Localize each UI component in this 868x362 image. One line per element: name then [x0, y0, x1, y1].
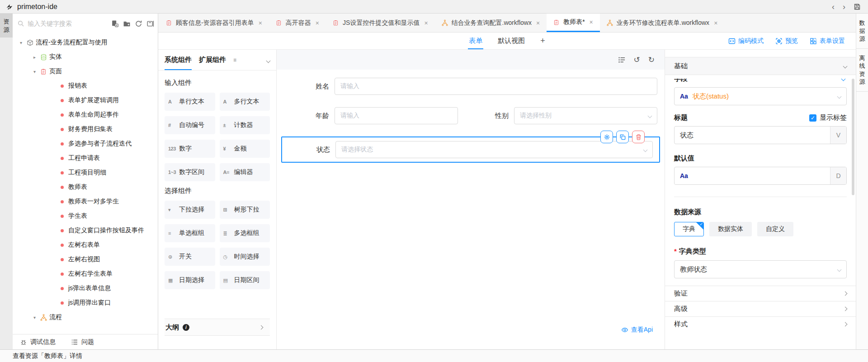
show-label-toggle[interactable]: ✓ 显示标签 — [809, 113, 847, 122]
dict-type-select[interactable]: 教师状态 — [674, 260, 847, 278]
tree-item[interactable]: 教师表 — [13, 180, 158, 194]
tree-item[interactable]: 自定义窗口操作按钮及事件 — [13, 223, 158, 238]
editor-tab[interactable]: 结合业务查询配置.workflowx × — [435, 14, 547, 32]
field-reference-select[interactable]: Aa 状态(status) — [674, 87, 847, 105]
editor-tab[interactable]: 顾客信息-资源容器引用表单 × — [159, 14, 269, 32]
tree-item[interactable]: 报销表 — [13, 79, 158, 93]
tree-item[interactable]: 左树右学生表单 — [13, 267, 158, 281]
form-field-gender[interactable]: 性别 请选择性别 — [469, 107, 657, 124]
tree-item[interactable]: 财务费用归集表 — [13, 122, 158, 136]
palette-component[interactable]: 1~3 数字区间 — [165, 163, 215, 181]
tree-item[interactable]: 工程项目明细 — [13, 165, 158, 180]
palette-component[interactable]: ▤ 日期区间 — [220, 271, 270, 289]
outline-bar[interactable]: 大纲 i — [165, 319, 270, 336]
expand-arrow-icon[interactable] — [33, 69, 40, 74]
field-delete-button[interactable] — [632, 131, 645, 143]
tree-item[interactable]: 左树右视图 — [13, 252, 158, 267]
outline-tree-icon[interactable] — [618, 56, 626, 64]
search-input[interactable] — [28, 20, 111, 27]
forward-icon[interactable]: › — [843, 3, 845, 11]
tree-item[interactable]: 实体 — [13, 50, 158, 64]
view-tab-form[interactable]: 表单 — [469, 33, 482, 49]
field-copy-button[interactable] — [616, 131, 629, 143]
title-variable-button[interactable]: V — [830, 127, 846, 144]
palette-component[interactable]: ⊞ 树形下拉 — [220, 201, 270, 219]
tree-item[interactable]: 表单生命周起事件 — [13, 108, 158, 122]
tree-item[interactable]: 学生表 — [13, 209, 158, 223]
editor-tab[interactable]: 高开容器 × — [269, 14, 326, 32]
new-folder-icon[interactable] — [123, 20, 131, 28]
close-icon[interactable]: × — [259, 19, 262, 27]
form-settings-button[interactable]: 表单设置 — [810, 37, 845, 45]
close-icon[interactable]: × — [316, 19, 319, 27]
palette-component[interactable]: ± 计数器 — [220, 116, 270, 134]
palette-component[interactable]: ≣ 多选框组 — [220, 224, 270, 242]
save-icon[interactable] — [854, 3, 861, 10]
tree-item[interactable]: 流程-业务流程配置与使用 — [13, 35, 158, 50]
tree-item[interactable]: 多选参与者子流程迭代 — [13, 136, 158, 151]
default-value-input[interactable] — [688, 167, 830, 184]
palette-component[interactable]: 123 数字 — [165, 140, 215, 158]
back-icon[interactable]: ‹ — [832, 3, 835, 11]
add-view-button[interactable]: + — [540, 33, 545, 49]
form-field-age[interactable]: 年龄 请输入 — [281, 107, 458, 124]
right-strip-tab[interactable]: 离线资源 — [856, 49, 868, 92]
undo-icon[interactable]: ↺ — [634, 56, 640, 64]
scrollbar-thumb[interactable] — [852, 79, 854, 195]
datasource-option[interactable]: 自定义 — [757, 222, 793, 236]
datasource-option[interactable]: 字典 — [674, 222, 704, 236]
properties-collapsed-section[interactable]: 高级 — [665, 301, 856, 316]
palette-component[interactable]: # 自动编号 — [165, 116, 215, 134]
palette-menu-icon[interactable]: ≡ — [233, 57, 236, 63]
locate-resource-icon[interactable] — [111, 20, 119, 28]
palette-component[interactable]: A≡ 编辑器 — [220, 163, 270, 181]
view-tab-default-view[interactable]: 默认视图 — [498, 33, 525, 49]
palette-component[interactable]: ⊙ 开关 — [165, 248, 215, 266]
palette-component[interactable]: ¥ 金额 — [220, 140, 270, 158]
right-strip-tab[interactable]: 数据源 — [856, 14, 868, 49]
expand-arrow-icon[interactable] — [20, 40, 27, 45]
left-tab-resources[interactable]: 资源 — [0, 14, 13, 38]
tree-item[interactable]: 工程申请表 — [13, 151, 158, 165]
expand-arrow-icon[interactable] — [33, 55, 40, 60]
close-icon[interactable]: × — [424, 19, 428, 27]
tree-item[interactable]: 流程 — [13, 310, 158, 324]
checkbox-checked-icon[interactable]: ✓ — [809, 114, 816, 122]
close-icon[interactable]: × — [590, 19, 593, 26]
code-mode-button[interactable]: 编码模式 — [728, 37, 764, 45]
tree-item[interactable]: 左树右表单 — [13, 238, 158, 252]
properties-collapsed-section[interactable]: 样式 — [665, 316, 856, 332]
editor-tab[interactable]: 教师表* × — [547, 14, 600, 32]
palette-component[interactable]: ≡ 单选框组 — [165, 224, 215, 242]
palette-tab-system[interactable]: 系统组件 — [165, 50, 192, 70]
datasource-option[interactable]: 数据实体 — [709, 222, 752, 236]
editor-tab[interactable]: 业务环节修改流程表单.workflowx × — [600, 14, 725, 32]
refresh-icon[interactable] — [135, 20, 142, 28]
palette-tab-extension[interactable]: 扩展组件 — [199, 50, 226, 70]
redo-icon[interactable]: ↻ — [648, 56, 655, 64]
palette-component[interactable]: ▾ 下拉选择 — [165, 201, 215, 219]
tree-item[interactable]: 页面 — [13, 64, 158, 79]
field-settings-button[interactable] — [600, 131, 613, 143]
expand-arrow-icon[interactable] — [33, 315, 40, 320]
form-field-status[interactable]: 状态 请选择状态 — [282, 141, 653, 158]
tree-item[interactable]: js弹出表单信息 — [13, 281, 158, 296]
palette-component[interactable]: ◷ 时间选择 — [220, 248, 270, 266]
issues-button[interactable]: 问题 — [71, 338, 94, 346]
preview-button[interactable]: 预览 — [775, 37, 798, 45]
default-variable-button[interactable]: D — [830, 167, 846, 184]
palette-component[interactable]: A 多行文本 — [220, 93, 270, 111]
form-field-name[interactable]: 姓名 请输入 — [281, 78, 657, 95]
tree-item[interactable]: 教师表一对多学生 — [13, 194, 158, 209]
palette-component[interactable]: A 单行文本 — [165, 93, 215, 111]
close-icon[interactable]: × — [536, 19, 540, 27]
editor-tab[interactable]: JS设置控件提交值和显示值 × — [326, 14, 435, 32]
tree-item[interactable]: js调用弹出窗口 — [13, 296, 158, 310]
form-field-status-selected[interactable]: 状态 请选择状态 — [281, 136, 660, 163]
properties-collapsed-section[interactable]: 验证 — [665, 286, 856, 301]
collapse-panel-icon[interactable] — [146, 20, 154, 28]
properties-section-basic[interactable]: 基础 — [665, 57, 856, 75]
title-input[interactable] — [675, 127, 830, 144]
collapse-palette-icon[interactable] — [267, 56, 270, 64]
tree-item[interactable]: 表单扩展逻辑调用 — [13, 93, 158, 108]
